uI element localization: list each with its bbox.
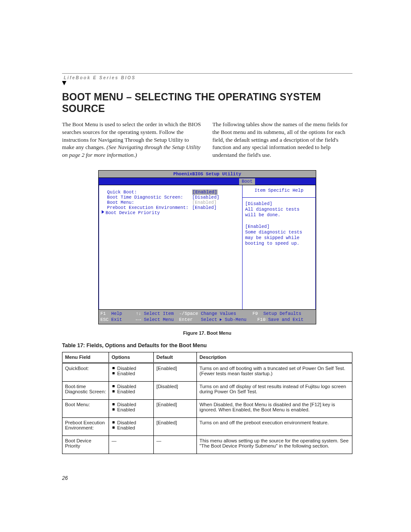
bios-row-quickboot: Quick Boot: [Enabled] [102, 190, 240, 195]
option-item: Enabled [112, 425, 151, 430]
th-options: Options [109, 352, 154, 363]
bios-field-value: [Enabled] [192, 205, 217, 210]
bios-title: PhoenixBIOS Setup Utility [99, 171, 316, 178]
bios-key-desc: Help [111, 311, 122, 316]
bios-row-bootmenu: Boot Menu: [Enabled] [102, 200, 240, 205]
bios-key-desc: Select Item [144, 311, 174, 316]
bios-help-line: booting to speed up. [245, 241, 313, 246]
bios-key: F1 [100, 311, 106, 316]
table-row: Preboot Execution Environment: DisabledE… [62, 418, 352, 436]
bios-window: PhoenixBIOS Setup Utility Boot Quick Boo… [98, 170, 316, 324]
intro-right: The following tables show the names of t… [212, 121, 352, 159]
bios-help-panel: Item Specific Help [Disabled] All diagno… [243, 185, 316, 309]
cell-options: DisabledEnabled [109, 418, 154, 436]
cell-default: [Disabled] [154, 382, 197, 400]
cell-default: [Enabled] [154, 400, 197, 418]
table-caption: Table 17: Fields, Options and Defaults f… [62, 342, 352, 348]
bios-key: F9 [252, 311, 258, 316]
table-row: QuickBoot: DisabledEnabled [Enabled] Tur… [62, 363, 352, 382]
triangle-right-icon [220, 318, 222, 321]
bios-key: ←→ [136, 317, 141, 322]
bios-main-panel: Quick Boot: [Enabled] Boot Time Diagnost… [99, 185, 243, 309]
bios-help-body: [Disabled] All diagnostic tests will be … [243, 198, 315, 250]
option-item: Disabled [112, 420, 151, 425]
cell-field: Preboot Execution Environment: [62, 418, 109, 436]
bios-body: Quick Boot: [Enabled] Boot Time Diagnost… [99, 185, 316, 309]
bios-help-line: [Enabled] [245, 224, 313, 230]
bios-field-value: [Disabled] [192, 195, 219, 200]
th-default: Default [154, 352, 197, 363]
cell-description: When Disabled, the Boot Menu is disabled… [197, 400, 352, 418]
intro-left: The Boot Menu is used to select the orde… [62, 121, 202, 159]
bios-key-desc: Select [201, 317, 217, 322]
bios-footer: F1 Help ↑↓ Select Item -/Space Change Va… [99, 309, 316, 324]
header-rule [62, 73, 352, 74]
option-item: Enabled [112, 371, 151, 376]
cell-default: [Enabled] [154, 418, 197, 436]
bios-key-desc: Sub-Menu [225, 317, 246, 322]
bios-field-value-selected: [Enabled] [192, 190, 218, 195]
bios-key-desc: Change Values [201, 311, 236, 316]
bios-help-title: Item Specific Help [243, 185, 315, 198]
bios-help-line: may be skipped while [245, 235, 313, 241]
cell-description: This menu allows setting up the source f… [197, 436, 352, 454]
document-series: LifeBook E Series BIOS [62, 75, 352, 82]
bios-row-submenu: Boot Device Priority [102, 210, 240, 215]
fields-table: Menu Field Options Default Description Q… [62, 352, 352, 454]
header-triangle-icon [62, 81, 66, 85]
bios-key-desc: Setup Defaults [263, 311, 301, 316]
bios-field-label: Quick Boot: [102, 190, 192, 195]
bios-help-line: will be done. [245, 212, 313, 218]
cell-options: — [109, 436, 154, 454]
bios-tab-boot: Boot [239, 178, 255, 185]
option-item: Disabled [112, 384, 151, 389]
page-title: BOOT MENU – SELECTING THE OPERATING SYST… [62, 91, 352, 115]
bios-key-desc: Exit [111, 317, 122, 322]
bios-key: F10 [257, 317, 265, 322]
th-menu-field: Menu Field [62, 352, 109, 363]
option-item: Disabled [112, 402, 151, 407]
cell-default: — [154, 436, 197, 454]
bios-key-desc: Save and Exit [268, 317, 304, 322]
cell-default: [Enabled] [154, 363, 197, 382]
bios-field-label: Preboot Execution Environment: [102, 205, 192, 210]
bios-help-line: All diagnostic tests [245, 207, 313, 212]
option-item: Enabled [112, 407, 151, 412]
bios-key: ↑↓ [136, 311, 141, 316]
triangle-right-icon [102, 210, 104, 214]
cell-description: Turns on and off display of test results… [197, 382, 352, 400]
table-row: Boot Device Priority — — This menu allow… [62, 436, 352, 454]
cell-options: DisabledEnabled [109, 400, 154, 418]
bios-field-label: Boot Time Diagnostic Screen: [102, 195, 192, 200]
bios-row-diagnostic: Boot Time Diagnostic Screen: [Disabled] [102, 195, 240, 200]
bios-submenu-label: Boot Device Priority [106, 210, 160, 215]
table-header-row: Menu Field Options Default Description [62, 352, 352, 363]
bios-field-value-dim: [Enabled] [192, 200, 217, 205]
cell-options: DisabledEnabled [109, 363, 154, 382]
bios-field-label: Boot Menu: [102, 200, 192, 205]
page-number: 26 [62, 475, 68, 481]
th-description: Description [197, 352, 352, 363]
bios-help-line: Some diagnostic tests [245, 230, 313, 235]
figure-caption: Figure 17. Boot Menu [62, 330, 352, 336]
bios-help-line: [Disabled] [245, 201, 313, 207]
table-row: Boot-time Diagnostic Screen: DisabledEna… [62, 382, 352, 400]
table-body: QuickBoot: DisabledEnabled [Enabled] Tur… [62, 363, 352, 454]
cell-field: Boot Menu: [62, 400, 109, 418]
table-row: Boot Menu: DisabledEnabled [Enabled] Whe… [62, 400, 352, 418]
bios-row-pxe: Preboot Execution Environment: [Enabled] [102, 205, 240, 210]
cell-options: DisabledEnabled [109, 382, 154, 400]
bios-help-line [245, 218, 313, 224]
cell-description: Turns on and off the preboot execution e… [197, 418, 352, 436]
bios-key: ESC [100, 317, 109, 322]
option-item: Disabled [112, 366, 151, 371]
bios-menubar: Boot [99, 178, 316, 185]
bios-key: -/Space [179, 311, 198, 316]
cell-field: Boot Device Priority [62, 436, 109, 454]
intro-columns: The Boot Menu is used to select the orde… [62, 121, 352, 159]
option-item: Enabled [112, 389, 151, 394]
cell-description: Turns on and off booting with a truncate… [197, 363, 352, 382]
cell-field: Boot-time Diagnostic Screen: [62, 382, 109, 400]
bios-key: Enter [179, 317, 193, 322]
cell-field: QuickBoot: [62, 363, 109, 382]
